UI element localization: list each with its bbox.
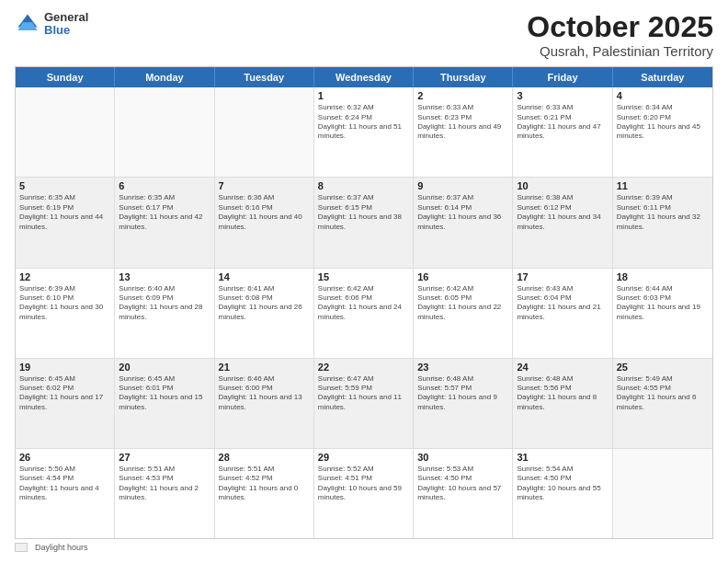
cal-cell: 3Sunrise: 6:33 AM Sunset: 6:21 PM Daylig… bbox=[513, 87, 612, 177]
day-info: Sunrise: 5:50 AM Sunset: 4:54 PM Dayligh… bbox=[19, 465, 110, 503]
cal-cell: 21Sunrise: 6:46 AM Sunset: 6:00 PM Dayli… bbox=[215, 359, 314, 448]
logo-blue: Blue bbox=[44, 24, 88, 37]
calendar-header: SundayMondayTuesdayWednesdayThursdayFrid… bbox=[16, 67, 712, 87]
day-info: Sunrise: 6:35 AM Sunset: 6:19 PM Dayligh… bbox=[19, 193, 110, 232]
header-day-sunday: Sunday bbox=[16, 67, 115, 87]
day-number: 7 bbox=[219, 180, 310, 191]
week-row-2: 5Sunrise: 6:35 AM Sunset: 6:19 PM Daylig… bbox=[16, 178, 712, 268]
day-info: Sunrise: 6:38 AM Sunset: 6:12 PM Dayligh… bbox=[517, 193, 608, 232]
day-number: 24 bbox=[517, 362, 608, 373]
day-info: Sunrise: 6:34 AM Sunset: 6:20 PM Dayligh… bbox=[617, 103, 709, 142]
cal-cell: 7Sunrise: 6:36 AM Sunset: 6:16 PM Daylig… bbox=[215, 178, 314, 267]
cal-cell: 10Sunrise: 6:38 AM Sunset: 6:12 PM Dayli… bbox=[513, 178, 612, 267]
day-info: Sunrise: 5:54 AM Sunset: 4:50 PM Dayligh… bbox=[517, 465, 608, 503]
day-info: Sunrise: 5:49 AM Sunset: 4:55 PM Dayligh… bbox=[617, 374, 709, 413]
day-info: Sunrise: 6:32 AM Sunset: 6:24 PM Dayligh… bbox=[318, 103, 409, 142]
day-info: Sunrise: 6:39 AM Sunset: 6:11 PM Dayligh… bbox=[617, 193, 709, 232]
logo-general: General bbox=[44, 11, 88, 24]
day-info: Sunrise: 6:48 AM Sunset: 5:57 PM Dayligh… bbox=[417, 374, 508, 413]
header-day-monday: Monday bbox=[115, 67, 214, 87]
cal-cell: 2Sunrise: 6:33 AM Sunset: 6:23 PM Daylig… bbox=[414, 87, 513, 177]
day-info: Sunrise: 6:45 AM Sunset: 6:01 PM Dayligh… bbox=[119, 374, 210, 413]
day-number: 12 bbox=[19, 271, 110, 282]
day-info: Sunrise: 6:35 AM Sunset: 6:17 PM Dayligh… bbox=[119, 193, 210, 232]
calendar: SundayMondayTuesdayWednesdayThursdayFrid… bbox=[15, 66, 713, 539]
calendar-body: 1Sunrise: 6:32 AM Sunset: 6:24 PM Daylig… bbox=[16, 87, 712, 538]
day-info: Sunrise: 6:45 AM Sunset: 6:02 PM Dayligh… bbox=[19, 374, 110, 413]
day-number: 8 bbox=[318, 180, 409, 191]
legend: Daylight hours bbox=[15, 539, 713, 552]
day-number: 20 bbox=[119, 362, 210, 373]
cal-cell: 17Sunrise: 6:43 AM Sunset: 6:04 PM Dayli… bbox=[513, 269, 612, 358]
cal-cell: 30Sunrise: 5:53 AM Sunset: 4:50 PM Dayli… bbox=[414, 449, 513, 538]
day-number: 30 bbox=[417, 452, 508, 463]
day-number: 2 bbox=[417, 90, 508, 101]
day-number: 16 bbox=[417, 271, 508, 282]
day-number: 13 bbox=[119, 271, 210, 282]
day-number: 18 bbox=[617, 271, 709, 282]
day-number: 5 bbox=[19, 180, 110, 191]
day-info: Sunrise: 6:42 AM Sunset: 6:06 PM Dayligh… bbox=[318, 284, 409, 323]
cal-cell: 26Sunrise: 5:50 AM Sunset: 4:54 PM Dayli… bbox=[16, 449, 115, 538]
cal-cell bbox=[115, 87, 214, 177]
day-number: 10 bbox=[517, 180, 608, 191]
calendar-title: October 2025 bbox=[527, 11, 713, 43]
day-number: 21 bbox=[219, 362, 310, 373]
legend-box bbox=[15, 543, 28, 552]
week-row-5: 26Sunrise: 5:50 AM Sunset: 4:54 PM Dayli… bbox=[16, 449, 712, 538]
day-number: 22 bbox=[318, 362, 409, 373]
day-info: Sunrise: 5:53 AM Sunset: 4:50 PM Dayligh… bbox=[417, 465, 508, 503]
day-number: 23 bbox=[417, 362, 508, 373]
cal-cell: 23Sunrise: 6:48 AM Sunset: 5:57 PM Dayli… bbox=[414, 359, 513, 448]
header-day-tuesday: Tuesday bbox=[215, 67, 314, 87]
day-info: Sunrise: 6:39 AM Sunset: 6:10 PM Dayligh… bbox=[19, 284, 110, 323]
cal-cell: 15Sunrise: 6:42 AM Sunset: 6:06 PM Dayli… bbox=[314, 269, 414, 358]
logo-text: General Blue bbox=[44, 11, 88, 38]
week-row-3: 12Sunrise: 6:39 AM Sunset: 6:10 PM Dayli… bbox=[16, 269, 712, 359]
cal-cell bbox=[613, 449, 712, 538]
day-info: Sunrise: 6:37 AM Sunset: 6:14 PM Dayligh… bbox=[417, 193, 508, 232]
week-row-4: 19Sunrise: 6:45 AM Sunset: 6:02 PM Dayli… bbox=[16, 359, 712, 449]
cal-cell: 22Sunrise: 6:47 AM Sunset: 5:59 PM Dayli… bbox=[314, 359, 414, 448]
day-info: Sunrise: 6:40 AM Sunset: 6:09 PM Dayligh… bbox=[119, 284, 210, 323]
week-row-1: 1Sunrise: 6:32 AM Sunset: 6:24 PM Daylig… bbox=[16, 87, 712, 178]
day-number: 29 bbox=[318, 452, 409, 463]
day-info: Sunrise: 6:41 AM Sunset: 6:08 PM Dayligh… bbox=[219, 284, 310, 323]
logo-icon bbox=[15, 11, 40, 37]
cal-cell: 25Sunrise: 5:49 AM Sunset: 4:55 PM Dayli… bbox=[613, 359, 712, 448]
cal-cell: 11Sunrise: 6:39 AM Sunset: 6:11 PM Dayli… bbox=[613, 178, 712, 267]
day-info: Sunrise: 6:43 AM Sunset: 6:04 PM Dayligh… bbox=[517, 284, 608, 323]
day-number: 19 bbox=[19, 362, 110, 373]
day-info: Sunrise: 6:46 AM Sunset: 6:00 PM Dayligh… bbox=[219, 374, 310, 413]
cal-cell: 6Sunrise: 6:35 AM Sunset: 6:17 PM Daylig… bbox=[115, 178, 214, 267]
day-number: 1 bbox=[318, 90, 409, 101]
cal-cell: 27Sunrise: 5:51 AM Sunset: 4:53 PM Dayli… bbox=[115, 449, 214, 538]
cal-cell: 19Sunrise: 6:45 AM Sunset: 6:02 PM Dayli… bbox=[16, 359, 115, 448]
cal-cell: 9Sunrise: 6:37 AM Sunset: 6:14 PM Daylig… bbox=[414, 178, 513, 267]
cal-cell: 24Sunrise: 6:48 AM Sunset: 5:56 PM Dayli… bbox=[513, 359, 612, 448]
cal-cell bbox=[16, 87, 115, 177]
day-number: 27 bbox=[119, 452, 210, 463]
day-number: 26 bbox=[19, 452, 110, 463]
cal-cell: 20Sunrise: 6:45 AM Sunset: 6:01 PM Dayli… bbox=[115, 359, 214, 448]
title-block: October 2025 Qusrah, Palestinian Territo… bbox=[527, 11, 713, 59]
day-info: Sunrise: 6:33 AM Sunset: 6:23 PM Dayligh… bbox=[417, 103, 508, 142]
header: General Blue October 2025 Qusrah, Palest… bbox=[15, 11, 713, 59]
day-info: Sunrise: 6:33 AM Sunset: 6:21 PM Dayligh… bbox=[517, 103, 608, 142]
cal-cell: 13Sunrise: 6:40 AM Sunset: 6:09 PM Dayli… bbox=[115, 269, 214, 358]
day-info: Sunrise: 6:37 AM Sunset: 6:15 PM Dayligh… bbox=[318, 193, 409, 232]
cal-cell: 18Sunrise: 6:44 AM Sunset: 6:03 PM Dayli… bbox=[613, 269, 712, 358]
cal-cell: 14Sunrise: 6:41 AM Sunset: 6:08 PM Dayli… bbox=[215, 269, 314, 358]
header-day-wednesday: Wednesday bbox=[314, 67, 414, 87]
cal-cell bbox=[215, 87, 314, 177]
day-info: Sunrise: 6:48 AM Sunset: 5:56 PM Dayligh… bbox=[517, 374, 608, 413]
day-number: 17 bbox=[517, 271, 608, 282]
cal-cell: 28Sunrise: 5:51 AM Sunset: 4:52 PM Dayli… bbox=[215, 449, 314, 538]
day-info: Sunrise: 5:51 AM Sunset: 4:52 PM Dayligh… bbox=[219, 465, 310, 503]
day-number: 15 bbox=[318, 271, 409, 282]
calendar-subtitle: Qusrah, Palestinian Territory bbox=[527, 43, 713, 59]
day-info: Sunrise: 6:47 AM Sunset: 5:59 PM Dayligh… bbox=[318, 374, 409, 413]
header-day-friday: Friday bbox=[513, 67, 612, 87]
day-info: Sunrise: 6:44 AM Sunset: 6:03 PM Dayligh… bbox=[617, 284, 709, 323]
page: General Blue October 2025 Qusrah, Palest… bbox=[0, 0, 728, 563]
